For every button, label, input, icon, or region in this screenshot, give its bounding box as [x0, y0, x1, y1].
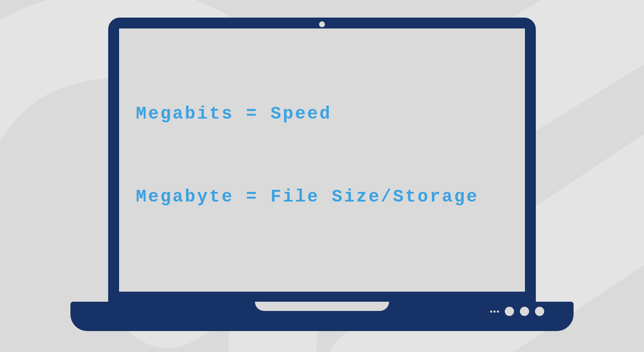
laptop-illustration: Megabits = Speed Megabyte = File Size/St…: [70, 18, 574, 331]
definition-megabits: Megabits = Speed: [136, 104, 508, 124]
port-circle-icon: [505, 307, 514, 316]
port-indicator-dots: [490, 311, 499, 313]
laptop-lid: Megabits = Speed Megabyte = File Size/St…: [108, 18, 536, 303]
port-circle-icon: [535, 307, 544, 316]
trackpad-notch: [255, 302, 389, 311]
laptop-base: [70, 302, 574, 331]
port-circle-icon: [520, 307, 529, 316]
laptop-ports: [490, 307, 544, 316]
definition-megabyte: Megabyte = File Size/Storage: [136, 187, 508, 207]
webcam-dot: [319, 21, 325, 27]
laptop-screen: Megabits = Speed Megabyte = File Size/St…: [119, 28, 525, 292]
